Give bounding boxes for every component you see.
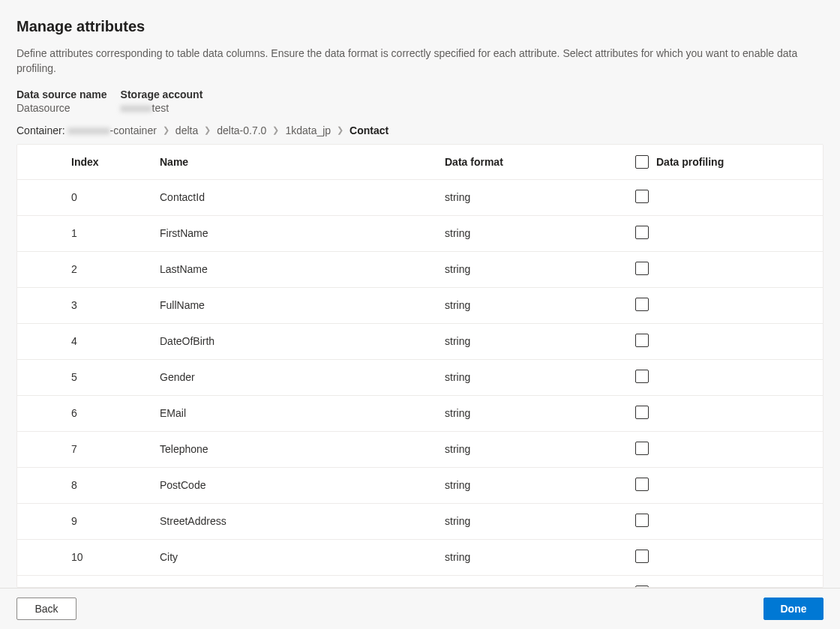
storage-account-label: Storage account <box>121 88 203 100</box>
table-row[interactable]: 1FirstNamestring <box>17 215 823 251</box>
table-row[interactable]: 0ContactIdstring <box>17 179 823 215</box>
cell-format: string <box>437 467 617 503</box>
attributes-table: Index Name Data format Data profiling 0C… <box>17 145 823 588</box>
col-header-name[interactable]: Name <box>152 145 437 180</box>
profiling-checkbox[interactable] <box>635 478 649 491</box>
col-header-profiling-label: Data profiling <box>656 156 724 168</box>
col-header-profiling[interactable]: Data profiling <box>617 145 823 180</box>
cell-format: string <box>437 359 617 395</box>
chevron-right-icon: ❯ <box>160 125 172 135</box>
cell-index: 3 <box>17 287 152 323</box>
meta-row: Data source name Datasource Storage acco… <box>16 88 824 114</box>
breadcrumb-delta-version[interactable]: delta-0.7.0 <box>217 124 266 136</box>
cell-index: 1 <box>17 215 152 251</box>
cell-format: string <box>437 287 617 323</box>
cell-profiling <box>617 179 823 215</box>
cell-profiling <box>617 431 823 467</box>
cell-index: 8 <box>17 467 152 503</box>
col-header-format[interactable]: Data format <box>437 145 617 180</box>
breadcrumb-label: Container: <box>16 124 65 136</box>
profiling-checkbox[interactable] <box>635 190 649 203</box>
table-row[interactable]: 5Genderstring <box>17 359 823 395</box>
cell-name: DateOfBirth <box>152 323 437 359</box>
profiling-checkbox[interactable] <box>635 442 649 455</box>
table-row[interactable]: 2LastNamestring <box>17 251 823 287</box>
done-button[interactable]: Done <box>764 598 824 620</box>
storage-account-blurred-prefix: xxxxxx <box>121 102 152 114</box>
profiling-checkbox[interactable] <box>635 262 649 275</box>
attributes-table-container[interactable]: Index Name Data format Data profiling 0C… <box>16 144 824 588</box>
cell-profiling <box>617 359 823 395</box>
cell-format: string <box>437 575 617 588</box>
cell-format: string <box>437 215 617 251</box>
footer: Back Done <box>0 588 840 629</box>
breadcrumb-delta[interactable]: delta <box>176 124 198 136</box>
cell-profiling <box>617 395 823 431</box>
table-row[interactable]: 7Telephonestring <box>17 431 823 467</box>
profiling-checkbox[interactable] <box>635 298 649 311</box>
cell-format: string <box>437 395 617 431</box>
cell-name: ContactId <box>152 179 437 215</box>
cell-index: 10 <box>17 539 152 575</box>
cell-name: EMail <box>152 395 437 431</box>
back-button[interactable]: Back <box>16 598 76 620</box>
profiling-checkbox[interactable] <box>635 370 649 383</box>
cell-name: LastName <box>152 251 437 287</box>
cell-format: string <box>437 251 617 287</box>
cell-index: 9 <box>17 503 152 539</box>
cell-profiling <box>617 467 823 503</box>
page-description: Define attributes corresponding to table… <box>16 46 824 76</box>
breadcrumb-dataset[interactable]: 1kdata_jp <box>285 124 331 136</box>
breadcrumb-current: Contact <box>350 124 388 136</box>
table-row[interactable]: 4DateOfBirthstring <box>17 323 823 359</box>
breadcrumb-container[interactable]: xxxxxxxx-container <box>68 124 157 136</box>
cell-index: 2 <box>17 251 152 287</box>
cell-name: City <box>152 539 437 575</box>
breadcrumb-container-suffix: -container <box>110 124 157 136</box>
table-row[interactable]: 6EMailstring <box>17 395 823 431</box>
profiling-checkbox[interactable] <box>635 514 649 527</box>
table-row[interactable]: 8PostCodestring <box>17 467 823 503</box>
data-source-value: Datasource <box>16 102 107 114</box>
cell-profiling <box>617 575 823 588</box>
data-source-label: Data source name <box>16 88 107 100</box>
cell-name: Gender <box>152 359 437 395</box>
cell-profiling <box>617 539 823 575</box>
cell-name: FirstName <box>152 215 437 251</box>
cell-profiling <box>617 251 823 287</box>
cell-profiling <box>617 323 823 359</box>
cell-profiling <box>617 503 823 539</box>
profiling-checkbox[interactable] <box>635 550 649 563</box>
cell-index: 6 <box>17 395 152 431</box>
cell-format: string <box>437 539 617 575</box>
cell-format: string <box>437 323 617 359</box>
cell-name: FullName <box>152 287 437 323</box>
storage-account-value: xxxxxxtest <box>121 102 203 114</box>
cell-name: State <box>152 575 437 588</box>
cell-profiling <box>617 215 823 251</box>
cell-format: string <box>437 503 617 539</box>
cell-index: 0 <box>17 179 152 215</box>
profiling-checkbox[interactable] <box>635 406 649 419</box>
profiling-checkbox[interactable] <box>635 334 649 347</box>
cell-profiling <box>617 287 823 323</box>
table-row[interactable]: 3FullNamestring <box>17 287 823 323</box>
table-row[interactable]: 10Citystring <box>17 539 823 575</box>
cell-index: 7 <box>17 431 152 467</box>
select-all-profiling-checkbox[interactable] <box>635 155 649 169</box>
cell-name: StreetAddress <box>152 503 437 539</box>
table-row[interactable]: 11Statestring <box>17 575 823 588</box>
storage-account-suffix: test <box>152 102 170 114</box>
chevron-right-icon: ❯ <box>269 125 282 135</box>
cell-format: string <box>437 179 617 215</box>
cell-name: Telephone <box>152 431 437 467</box>
breadcrumb: Container: xxxxxxxx-container ❯ delta ❯ … <box>16 124 824 136</box>
profiling-checkbox[interactable] <box>635 226 649 239</box>
chevron-right-icon: ❯ <box>201 125 214 135</box>
col-header-index[interactable]: Index <box>17 145 152 180</box>
cell-format: string <box>437 431 617 467</box>
breadcrumb-container-blurred: xxxxxxxx <box>68 124 110 136</box>
table-row[interactable]: 9StreetAddressstring <box>17 503 823 539</box>
cell-index: 11 <box>17 575 152 588</box>
cell-index: 4 <box>17 323 152 359</box>
